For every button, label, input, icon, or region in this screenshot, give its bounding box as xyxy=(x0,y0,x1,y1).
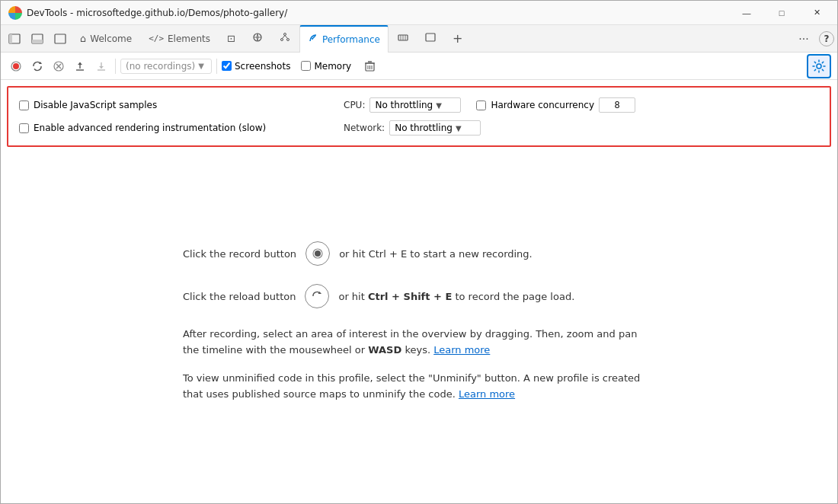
recordings-value: (no recordings) xyxy=(126,61,195,72)
tab-welcome[interactable]: ⌂ Welcome xyxy=(72,25,139,53)
disable-js-samples-label[interactable]: Disable JavaScript samples xyxy=(19,100,339,110)
memory-label: Memory xyxy=(314,61,351,72)
tab-performance[interactable]: Performance xyxy=(299,25,389,53)
elements-tab-icon: </> xyxy=(149,33,164,43)
settings-right-row-2: Network: No throttling ▼ xyxy=(344,120,819,136)
network-throttle-field: Network: No throttling ▼ xyxy=(344,120,481,136)
instruction-para-1: After recording, select an area of inter… xyxy=(183,327,655,359)
svg-point-9 xyxy=(286,39,289,41)
hw-concurrency-input[interactable] xyxy=(599,97,635,113)
tab-network2[interactable] xyxy=(272,25,298,53)
network2-tab-icon xyxy=(280,32,290,45)
performance-toolbar: (no recordings) ▼ Screenshots Memory xyxy=(1,53,837,80)
hw-concurrency-checkbox[interactable] xyxy=(476,100,486,110)
screenshots-checkbox-label[interactable]: Screenshots xyxy=(222,61,290,72)
recordings-dropdown[interactable]: (no recordings) ▼ xyxy=(120,59,212,74)
more-icon: ··· xyxy=(798,33,808,45)
reload-record-button[interactable] xyxy=(28,57,46,75)
reload-instruction-prefix: Click the reload button xyxy=(183,291,296,302)
svg-point-37 xyxy=(817,64,821,69)
svg-marker-26 xyxy=(78,62,82,65)
memory-tab-icon xyxy=(398,32,408,45)
svg-point-13 xyxy=(312,38,313,40)
svg-rect-4 xyxy=(55,34,66,43)
capture-settings-panel: Disable JavaScript samples CPU: No throt… xyxy=(7,86,831,147)
hw-concurrency-label: Hardware concurrency xyxy=(491,100,594,110)
svg-line-10 xyxy=(282,36,285,39)
svg-rect-18 xyxy=(426,33,435,41)
cpu-throttle-arrow: ▼ xyxy=(436,101,442,110)
help-button[interactable]: ? xyxy=(819,31,834,46)
clear-button[interactable] xyxy=(50,57,68,75)
inspect-icon[interactable] xyxy=(50,28,71,49)
performance-tab-icon xyxy=(308,33,318,46)
network-throttle-value: No throttling xyxy=(395,123,453,133)
reload-button-demo xyxy=(305,284,329,308)
tab-add[interactable]: + xyxy=(445,25,470,53)
edge-icon xyxy=(8,6,22,20)
instruction-para-2: To view unminified code in this profile,… xyxy=(183,371,655,403)
window-title-bar: DevTools - microsoftedge.github.io/Demos… xyxy=(1,1,837,25)
svg-line-11 xyxy=(285,36,288,39)
record-button-demo xyxy=(305,241,330,266)
reload-instruction-shortcut: or hit Ctrl + Shift + E to record the pa… xyxy=(338,291,574,302)
network-throttle-label: Network: xyxy=(344,123,385,133)
settings-row-1: Disable JavaScript samples CPU: No throt… xyxy=(19,95,819,115)
settings-right-row-1: CPU: No throttling ▼ Hardware concurrenc… xyxy=(344,97,819,113)
screenshots-checkbox[interactable] xyxy=(222,61,232,71)
svg-point-20 xyxy=(13,63,19,69)
hw-concurrency-field: Hardware concurrency xyxy=(476,97,635,113)
cpu-throttle-label: CPU: xyxy=(344,100,365,110)
help-icon: ? xyxy=(824,33,830,44)
upload-button[interactable] xyxy=(71,57,89,75)
reload-instruction-row: Click the reload button or hit Ctrl + Sh… xyxy=(183,284,655,308)
advanced-rendering-checkbox[interactable] xyxy=(19,123,29,133)
svg-point-39 xyxy=(315,250,321,257)
welcome-tab-icon: ⌂ xyxy=(80,33,86,44)
settings-gear-button[interactable] xyxy=(807,54,831,78)
learn-more-link-1[interactable]: Learn more xyxy=(433,344,490,356)
cpu-throttle-value: No throttling xyxy=(375,100,433,110)
svg-point-8 xyxy=(280,39,283,41)
delete-recordings-button[interactable] xyxy=(360,57,379,75)
disable-js-samples-checkbox[interactable] xyxy=(19,100,29,110)
network-throttle-arrow: ▼ xyxy=(456,124,462,132)
welcome-tab-label: Welcome xyxy=(90,33,132,44)
network-throttle-select[interactable]: No throttling ▼ xyxy=(389,120,481,136)
tab-application[interactable] xyxy=(417,25,443,53)
more-tabs-button[interactable]: ··· xyxy=(793,28,814,49)
main-content-area: Click the record button or hit Ctrl + E … xyxy=(1,153,837,503)
download-button[interactable] xyxy=(92,57,110,75)
tab-memory[interactable] xyxy=(390,25,416,53)
memory-checkbox-label[interactable]: Memory xyxy=(301,61,351,72)
toolbar-separator-2 xyxy=(216,59,217,74)
window-title: DevTools - microsoftedge.github.io/Demos… xyxy=(27,8,729,18)
tab-console[interactable]: ⊡ xyxy=(219,25,243,53)
record-instruction-row: Click the record button or hit Ctrl + E … xyxy=(183,241,655,266)
drawer-toggle-icon[interactable] xyxy=(27,28,48,49)
elements-tab-label: Elements xyxy=(168,33,210,44)
svg-rect-1 xyxy=(9,34,12,43)
maximize-button[interactable]: □ xyxy=(764,1,799,25)
cpu-throttle-select[interactable]: No throttling ▼ xyxy=(369,97,461,113)
minimize-button[interactable]: — xyxy=(729,1,764,25)
advanced-rendering-label[interactable]: Enable advanced rendering instrumentatio… xyxy=(19,123,339,133)
learn-more-link-2[interactable]: Learn more xyxy=(459,388,515,400)
record-button[interactable] xyxy=(7,57,25,75)
memory-checkbox[interactable] xyxy=(301,61,311,71)
console-tab-icon: ⊡ xyxy=(227,33,235,44)
record-instruction-shortcut: or hit Ctrl + E to start a new recording… xyxy=(339,248,533,260)
advanced-rendering-text: Enable advanced rendering instrumentatio… xyxy=(34,123,266,133)
close-button[interactable]: ✕ xyxy=(799,1,834,25)
disable-js-samples-text: Disable JavaScript samples xyxy=(34,100,157,110)
add-tab-icon: + xyxy=(453,33,462,45)
svg-rect-3 xyxy=(32,40,43,43)
sidebar-toggle-icon[interactable] xyxy=(4,28,25,49)
performance-tab-label: Performance xyxy=(322,34,380,45)
tab-elements[interactable]: </> Elements xyxy=(141,25,218,53)
recordings-dropdown-arrow: ▼ xyxy=(198,62,204,70)
settings-row-2: Enable advanced rendering instrumentatio… xyxy=(19,118,819,138)
screenshots-label: Screenshots xyxy=(235,61,290,72)
record-instruction-prefix: Click the record button xyxy=(183,248,296,260)
tab-network[interactable] xyxy=(245,25,270,53)
